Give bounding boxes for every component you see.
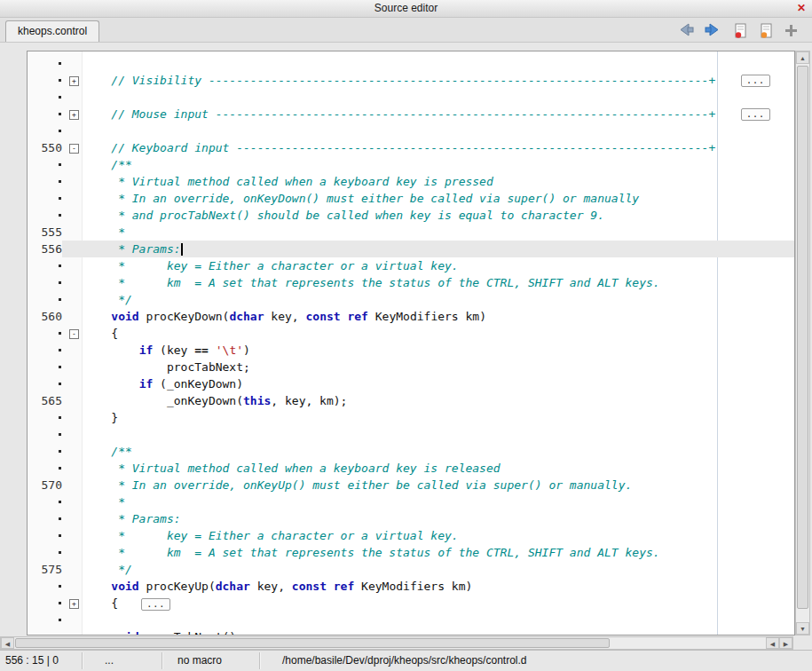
code-line[interactable]: 565 _onKeyDown(this, key, km); bbox=[28, 392, 794, 409]
fold-column bbox=[62, 544, 82, 561]
line-number: 565 bbox=[28, 392, 62, 409]
code-line[interactable]: - { bbox=[28, 325, 794, 342]
code-text: */ bbox=[82, 291, 794, 308]
code-line[interactable]: if (key == '\t') bbox=[28, 342, 794, 359]
text-cursor bbox=[181, 243, 183, 256]
code-line[interactable]: 560 void procKeyDown(dchar key, const re… bbox=[28, 308, 794, 325]
code-line[interactable]: * Virtual method called when a keyboard … bbox=[28, 460, 794, 477]
scroll-left-end-icon[interactable]: ◀ bbox=[766, 637, 779, 649]
horizontal-scrollbar-thumb[interactable] bbox=[15, 638, 610, 648]
fold-ellipsis[interactable]: ... bbox=[141, 598, 170, 611]
window-title: Source editor bbox=[0, 0, 812, 17]
code-line[interactable]: void procKeyUp(dchar key, const ref KeyM… bbox=[28, 578, 794, 595]
code-line[interactable] bbox=[28, 89, 794, 106]
code-editor[interactable]: + // Visibility ------------------------… bbox=[27, 51, 795, 635]
code-line[interactable]: if (_onKeyDown) bbox=[28, 375, 794, 392]
window-titlebar[interactable]: Source editor ✕ bbox=[0, 0, 812, 18]
fold-column[interactable]: + bbox=[62, 72, 82, 89]
code-text: * In an override, onKeyDown() must eithe… bbox=[82, 190, 794, 207]
code-line[interactable]: 556 * Params: bbox=[28, 241, 794, 257]
fold-column bbox=[62, 224, 82, 241]
code-line[interactable]: * In an override, onKeyDown() must eithe… bbox=[28, 190, 794, 207]
code-line[interactable] bbox=[28, 55, 794, 72]
code-line[interactable]: * key = Either a character or a virtual … bbox=[28, 527, 794, 544]
fold-column[interactable]: + bbox=[62, 595, 82, 612]
scroll-right-icon[interactable]: ▶ bbox=[779, 637, 792, 649]
line-dot-marker bbox=[59, 366, 61, 368]
code-text: * key = Either a character or a virtual … bbox=[82, 257, 794, 274]
line-number bbox=[28, 493, 62, 510]
line-number bbox=[28, 443, 62, 460]
code-line[interactable]: * key = Either a character or a virtual … bbox=[28, 257, 794, 274]
fold-column[interactable]: + bbox=[62, 106, 82, 122]
code-line[interactable]: + // Visibility ------------------------… bbox=[28, 72, 794, 89]
line-dot-marker bbox=[59, 281, 61, 284]
code-line[interactable] bbox=[28, 122, 794, 139]
code-line[interactable]: 555 * bbox=[28, 224, 794, 241]
fold-marker-icon[interactable]: + bbox=[69, 599, 79, 609]
code-line[interactable] bbox=[28, 426, 794, 443]
scroll-left-icon[interactable]: ◀ bbox=[1, 637, 14, 649]
code-line[interactable]: * km = A set that represents the status … bbox=[28, 544, 794, 561]
code-line[interactable] bbox=[28, 612, 794, 628]
line-number bbox=[28, 375, 62, 392]
fold-marker-icon[interactable]: - bbox=[69, 329, 79, 339]
fold-marker-icon[interactable]: - bbox=[69, 144, 79, 154]
code-line[interactable]: + // Mouse input -----------------------… bbox=[28, 106, 794, 122]
line-number bbox=[28, 274, 62, 291]
code-text: void procKeyDown(dchar key, const ref Ke… bbox=[82, 308, 794, 325]
code-text: } bbox=[82, 409, 794, 426]
fold-ellipsis[interactable]: ... bbox=[741, 75, 770, 87]
close-icon[interactable]: ✕ bbox=[795, 0, 808, 17]
code-line[interactable]: * km = A set that represents the status … bbox=[28, 274, 794, 291]
fold-column bbox=[62, 89, 82, 106]
fold-column bbox=[62, 55, 82, 72]
code-line[interactable]: * Virtual method called when a keyboard … bbox=[28, 173, 794, 190]
fold-column bbox=[62, 173, 82, 190]
document-modified-red-icon[interactable] bbox=[733, 23, 751, 38]
tab-bar: kheops.control bbox=[0, 18, 812, 43]
scroll-up-icon[interactable]: ▲ bbox=[796, 51, 809, 64]
code-line[interactable]: void procTabNext() bbox=[28, 628, 794, 635]
code-line[interactable]: procTabNext; bbox=[28, 359, 794, 375]
code-text: // Visibility --------------------------… bbox=[82, 72, 794, 89]
code-text: procTabNext; bbox=[82, 359, 794, 375]
horizontal-scrollbar[interactable]: ◀ ◀ ▶ bbox=[0, 636, 793, 650]
document-modified-orange-icon[interactable] bbox=[759, 23, 777, 38]
fold-ellipsis[interactable]: ... bbox=[741, 108, 770, 121]
code-line[interactable]: 575 */ bbox=[28, 561, 794, 578]
code-line[interactable]: * bbox=[28, 493, 794, 510]
status-bar: 556 : 15 | 0 ... no macro /home/basile/D… bbox=[0, 650, 812, 671]
fold-column bbox=[62, 409, 82, 426]
code-line[interactable]: */ bbox=[28, 291, 794, 308]
fold-column bbox=[62, 426, 82, 443]
nav-back-icon[interactable] bbox=[678, 23, 696, 38]
code-line[interactable]: /** bbox=[28, 443, 794, 460]
tab-kheops-control[interactable]: kheops.control bbox=[5, 20, 99, 42]
code-text bbox=[82, 612, 794, 628]
fold-marker-icon[interactable]: + bbox=[69, 76, 79, 86]
code-line[interactable]: * and procTabNext() should be called whe… bbox=[28, 207, 794, 224]
code-line[interactable]: + {... bbox=[28, 595, 794, 612]
vertical-scrollbar[interactable]: ▲ ▼ bbox=[795, 51, 810, 635]
fold-column[interactable]: - bbox=[62, 325, 82, 342]
line-number bbox=[28, 55, 62, 72]
code-line[interactable]: * Params: bbox=[28, 510, 794, 527]
fold-column bbox=[62, 460, 82, 477]
fold-column bbox=[62, 342, 82, 359]
fold-column[interactable]: - bbox=[62, 139, 82, 156]
code-line[interactable]: 570 * In an override, onKeyUp() must eit… bbox=[28, 477, 794, 493]
code-text: */ bbox=[82, 561, 794, 578]
dock-handle-icon[interactable] bbox=[784, 24, 802, 39]
nav-forward-icon[interactable] bbox=[703, 23, 721, 38]
code-text: * key = Either a character or a virtual … bbox=[82, 527, 794, 544]
line-dot-marker bbox=[59, 383, 61, 385]
scroll-down-icon[interactable]: ▼ bbox=[796, 622, 809, 635]
code-line[interactable]: } bbox=[28, 409, 794, 426]
line-number bbox=[28, 595, 62, 612]
code-line[interactable]: /** bbox=[28, 156, 794, 173]
code-line[interactable]: 550- // Keyboard input -----------------… bbox=[28, 139, 794, 156]
vertical-scrollbar-thumb[interactable] bbox=[797, 66, 808, 609]
line-number bbox=[28, 89, 62, 106]
fold-marker-icon[interactable]: + bbox=[69, 110, 79, 120]
